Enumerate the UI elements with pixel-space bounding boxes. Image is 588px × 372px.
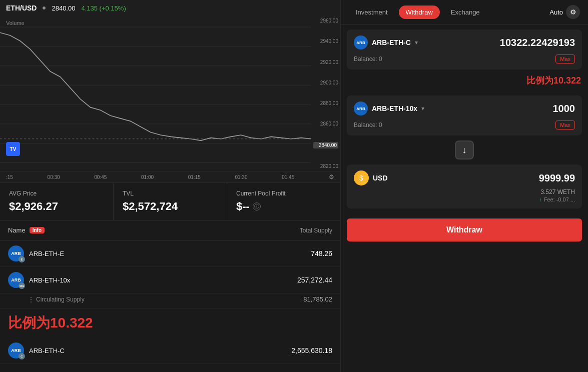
arb-eth-e-supply: 748.26 [311,250,332,258]
ratio-overlay-left: 比例为10.322 [0,308,340,338]
pool-profit-label: Current Pool Profit [236,190,331,197]
max-btn-2[interactable]: Max [555,120,575,130]
input1-amount[interactable]: 10322.22429193 [500,37,575,48]
eth-c-badge: C [19,353,25,360]
token-left-10x: ARB 10x ARB-ETH-10x [8,272,70,288]
chart-header: ETH/USD 2840.00 4.135 (+0.15%) [0,0,340,16]
usd-left: $ USD [354,170,388,186]
chevron-down-icon: ▾ [415,39,418,46]
tab-exchange[interactable]: Exchange [444,6,487,19]
eth-10x-badge: 10x [19,282,25,289]
price-tick-6: 2860.00 [313,121,338,126]
price-tick-1: 2960.00 [313,18,338,24]
nav-tabs: Investment Withdraw Exchange [349,6,487,19]
token-left-c: ARB C ARB-ETH-C [8,342,65,358]
token-row-arb-eth-e: ARB E ARB-ETH-E 748.26 [0,240,340,267]
circ-supply-label: ⋮ Circulating Supply [28,296,85,303]
arb-eth-c-name: ARB-ETH-C [29,347,65,354]
left-panel: ETH/USD 2840.00 4.135 (+0.15%) Volume 29… [0,0,340,372]
tab-withdraw[interactable]: Withdraw [399,6,440,19]
usd-bottom-row: 3.527 WETH ↑ Fee: -0.07 ... [354,188,575,202]
pool-profit-box: Current Pool Profit $-- ⓘ [227,183,340,220]
arb-eth-c-icon: ARB C [8,342,24,358]
input2-balance: Balance: 0 [354,122,382,128]
chart-area: Volume 2960.00 2940.00 2920.00 2900.00 2… [0,16,340,171]
price-tick-5: 2880.00 [313,100,338,106]
input2-top-row: ARB ARB-ETH-10x ▾ 1000 [354,102,575,116]
chart-price: 2840.00 [52,4,75,12]
name-label: Name [8,226,26,234]
weth-text: 3.527 WETH [540,188,575,196]
info-badge: Info [30,227,45,234]
price-tick-2: 2940.00 [313,38,338,44]
usd-coin-icon: $ [354,170,369,186]
arrow-down-button[interactable]: ↓ [455,140,474,160]
pool-profit-info-icon[interactable]: ⓘ [253,202,261,210]
fee-arrow-up-icon: ↑ [539,197,542,202]
token-selector-10x[interactable]: ARB ARB-ETH-10x ▾ [354,102,424,116]
chart-settings-icon[interactable]: ⚙ [329,174,334,180]
max-btn-1[interactable]: Max [555,54,575,64]
time-tick-7: 01:45 [282,174,294,180]
fee-text: Fee: -0.07 ... [544,196,575,202]
circ-supply-row: ⋮ Circulating Supply 81,785.02 [0,294,340,308]
arrow-down-section: ↓ [347,140,582,160]
arb-eth-c-supply: 2,655,630.18 [291,346,332,354]
chart-svg [0,16,311,171]
avg-price-box: AVG Price $2,926.27 [0,183,114,220]
avg-price-value: $2,926.27 [9,200,104,213]
time-tick-6: 01:30 [235,174,247,180]
input-section-arb-eth-c: ARB ARB-ETH-C ▾ 10322.22429193 Balance: … [347,30,582,70]
ratio-text-right: 比例为10.322 [341,74,588,90]
arb-eth-10x-supply: 257,272.44 [297,276,332,284]
price-tick-3: 2920.00 [313,60,338,65]
auto-button[interactable]: Auto ⚙ [549,5,580,19]
arb-eth-e-name: ARB-ETH-E [29,250,64,258]
usd-section: $ USD 9999.99 3.527 WETH ↑ Fee: -0.07 ..… [347,164,582,208]
time-tick-2: 00:30 [48,174,60,180]
tab-investment[interactable]: Investment [349,6,395,19]
input1-bottom-row: Balance: 0 Max [354,54,575,64]
volume-label: Volume [6,20,25,26]
token-name-c: ARB-ETH-C [372,38,411,46]
chart-pair: ETH/USD [6,4,37,12]
chart-dot [43,6,46,10]
input1-top-row: ARB ARB-ETH-C ▾ 10322.22429193 [354,36,575,50]
time-tick-5: 01:15 [188,174,201,180]
chart-change: 4.135 (+0.15%) [81,4,126,12]
avg-price-label: AVG Price [9,190,104,197]
time-tick-4: 01:00 [141,174,154,180]
price-tick-4: 2900.00 [313,80,338,86]
tvl-box: TVL $2,572,724 [114,183,227,220]
token-selector-c[interactable]: ARB ARB-ETH-C ▾ [354,36,418,50]
eth-badge: E [19,256,25,262]
tvl-label: TVL [123,190,218,197]
arb-eth-10x-icon: ARB 10x [8,272,24,288]
token-name-10x: ARB-ETH-10x [372,104,417,112]
arb-eth-e-icon: ARB E [8,246,24,262]
withdraw-button[interactable]: Withdraw [347,218,582,242]
stats-row: AVG Price $2,926.27 TVL $2,572,724 Curre… [0,182,340,220]
auto-toggle-icon: ⚙ [566,5,580,19]
time-tick-3: 00:45 [94,174,107,180]
time-tick-1: :15 [6,174,13,180]
price-scale: 2960.00 2940.00 2920.00 2900.00 2880.00 … [311,16,340,171]
time-axis: :15 00:30 00:45 01:00 01:15 01:30 01:45 … [0,171,340,182]
chevron-down-icon-2: ▾ [421,105,424,112]
total-supply-label: Total Supply [300,227,332,234]
token-icon-10x-sm: ARB [354,102,368,116]
right-panel: Investment Withdraw Exchange Auto ⚙ ARB … [340,0,588,372]
input1-balance: Balance: 0 [354,56,382,62]
price-tick-8: 2820.00 [313,164,338,169]
token-icon-c-sm: ARB [354,36,368,50]
token-list-header: Name Info Total Supply [0,220,340,240]
tvl-value: $2,572,724 [123,200,218,213]
tradingview-logo: TV [6,142,20,156]
top-nav: Investment Withdraw Exchange Auto ⚙ [341,0,588,24]
usd-top-row: $ USD 9999.99 [354,170,575,186]
token-left-e: ARB E ARB-ETH-E [8,246,64,262]
pool-profit-value: $-- [236,200,250,213]
input2-amount[interactable]: 1000 [553,103,575,114]
auto-label: Auto [549,8,563,16]
fee-row: ↑ Fee: -0.07 ... [539,196,575,202]
